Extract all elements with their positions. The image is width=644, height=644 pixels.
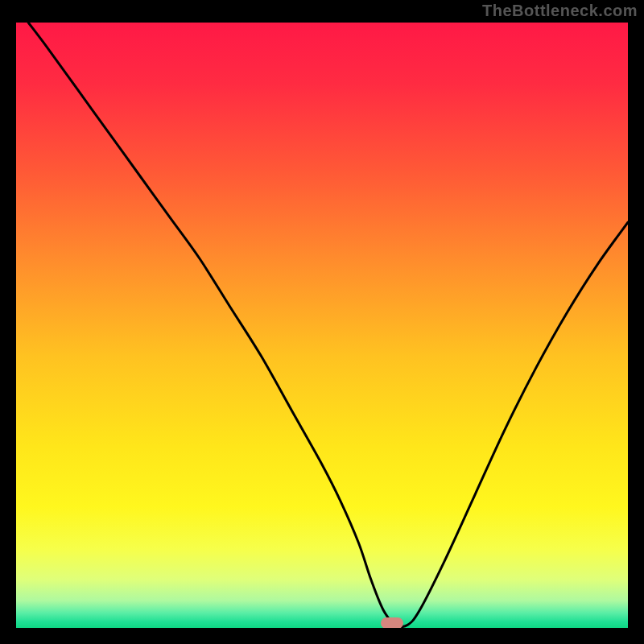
- optimal-marker: [381, 617, 403, 628]
- curve-layer: [16, 23, 628, 628]
- bottleneck-curve: [28, 23, 628, 627]
- chart-stage: TheBottleneck.com: [0, 0, 644, 644]
- plot-frame: [16, 23, 628, 628]
- watermark-text: TheBottleneck.com: [482, 2, 638, 20]
